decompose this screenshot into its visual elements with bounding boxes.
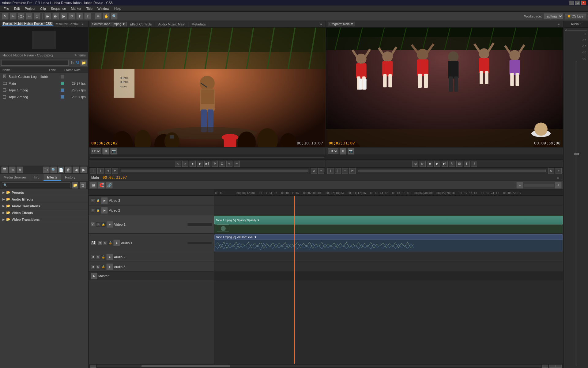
tab-project[interactable]: Project: Hubba Hubba Revue - CSS bbox=[2, 22, 54, 26]
track-a3-lock[interactable]: 🔒 bbox=[101, 265, 105, 269]
track-a1-solo[interactable]: S bbox=[103, 241, 107, 245]
btn-safe-margins[interactable]: ⊡ bbox=[219, 161, 225, 167]
track-a2-solo[interactable]: S bbox=[96, 255, 100, 259]
prog-btn-mark-in[interactable]: { bbox=[327, 168, 334, 174]
btn-play[interactable]: ▶ bbox=[197, 161, 203, 167]
video1-clip[interactable]: Tape 1.mpeg [V] Opacity:Opacity ▼ bbox=[214, 216, 563, 224]
tab-media-browser[interactable]: Media Browser bbox=[0, 174, 30, 181]
tool-loop[interactable]: ↻ bbox=[68, 13, 75, 20]
workspace-select[interactable]: Editing bbox=[544, 13, 563, 19]
track-a1-volume[interactable] bbox=[187, 242, 212, 244]
tool-back5[interactable]: ⏮ bbox=[44, 13, 51, 20]
tool-play-stop[interactable]: ▶ bbox=[60, 13, 67, 20]
tl-zoom-slider[interactable] bbox=[524, 184, 554, 186]
track-a2-mute[interactable]: M bbox=[91, 255, 95, 259]
track-v3-eye[interactable]: 👁 bbox=[91, 198, 95, 203]
btn-mark-in[interactable]: { bbox=[90, 168, 96, 174]
btn-insert[interactable]: ⬎ bbox=[226, 161, 232, 167]
menu-title[interactable]: Title bbox=[84, 6, 95, 11]
track-a3-solo[interactable]: S bbox=[96, 265, 100, 269]
prog-btn-loop[interactable]: ↻ bbox=[449, 161, 455, 167]
source-panel-menu[interactable]: ≡ bbox=[319, 22, 324, 27]
effects-category-video-effects[interactable]: ▶ 📂 Video Effects bbox=[0, 209, 88, 216]
automate-button[interactable]: ⊡ bbox=[43, 167, 50, 173]
timeline-scrollbar[interactable] bbox=[89, 364, 563, 368]
prog-btn-go-in[interactable]: ⊣ bbox=[342, 168, 348, 174]
panel-scroll-right[interactable]: ▶ bbox=[80, 167, 87, 173]
track-a2-lock[interactable]: 🔒 bbox=[101, 255, 105, 259]
menu-sequence[interactable]: Sequence bbox=[48, 6, 69, 11]
track-a3-expand[interactable]: ▶ bbox=[106, 263, 113, 270]
prog-btn-stop[interactable]: ■ bbox=[427, 161, 433, 167]
audio1-clip-label-bar[interactable]: Tape 1.mpeg [A] Volume:Level ▼ bbox=[214, 234, 563, 240]
all-label[interactable]: All bbox=[76, 61, 79, 64]
source-settings-btn[interactable]: ⚙ bbox=[102, 148, 109, 155]
btn-deinterlace[interactable]: ⟡ bbox=[318, 168, 324, 174]
tab-effects[interactable]: Effects bbox=[43, 174, 61, 181]
panel-scroll-left[interactable]: ◀ bbox=[73, 167, 79, 173]
icon-view-button[interactable]: ⊞ bbox=[9, 167, 16, 173]
prog-btn-play-in[interactable]: ▷ bbox=[420, 161, 426, 167]
presets-header[interactable]: ▶ 📂 Presets bbox=[0, 189, 88, 196]
list-item[interactable]: Main 29.97 fps bbox=[0, 80, 88, 87]
btn-source-extra[interactable]: ⊙ bbox=[311, 168, 317, 174]
tool-razor[interactable]: ✂ bbox=[10, 13, 17, 20]
prog-btn-step-back[interactable]: ◁ bbox=[412, 161, 418, 167]
btn-loop[interactable]: ↻ bbox=[212, 161, 218, 167]
btn-step-back[interactable]: ◁ bbox=[175, 161, 181, 167]
new-item-button[interactable]: 📄 bbox=[58, 167, 64, 173]
track-a2-expand[interactable]: ▶ bbox=[106, 254, 113, 260]
search-button[interactable]: 🔍 bbox=[50, 167, 57, 173]
timeline-ruler-strip[interactable]: 00:00 00;00;32;00 00;01;04;02 00;01;36;0… bbox=[214, 190, 563, 196]
tab-resource-central[interactable]: Resource Central bbox=[54, 22, 80, 26]
tab-audio-mixer[interactable]: Audio Mixer: Main bbox=[155, 22, 189, 27]
tl-add-tracks[interactable]: ⊞ bbox=[90, 182, 97, 189]
list-item[interactable]: Tape 2.mpeg 29.97 fps bbox=[0, 94, 88, 100]
program-settings-btn[interactable]: ⚙ bbox=[340, 148, 346, 155]
btn-mark-out[interactable]: } bbox=[97, 168, 104, 174]
track-a3-mute[interactable]: M bbox=[91, 265, 95, 269]
audio-effects-header[interactable]: ▶ 📂 Audio Effects bbox=[0, 196, 88, 203]
tool-rolling[interactable]: ⇔ bbox=[26, 13, 32, 20]
source-fit-select[interactable]: Fit bbox=[91, 148, 101, 154]
tl-scrollbar-thumb[interactable] bbox=[141, 365, 230, 367]
tab-metadata[interactable]: Metadata bbox=[189, 22, 209, 27]
program-export-frame[interactable]: 📷 bbox=[348, 148, 354, 155]
source-timeline-ruler[interactable] bbox=[89, 155, 326, 159]
track-v2-eye[interactable]: 👁 bbox=[91, 208, 95, 213]
prog-btn-extra2[interactable]: ⟡ bbox=[556, 168, 562, 174]
menu-marker[interactable]: Marker bbox=[68, 6, 84, 11]
btn-overwrite[interactable]: ⬏ bbox=[234, 161, 240, 167]
source-jog-scrub[interactable] bbox=[121, 170, 308, 172]
effects-category-audio-effects[interactable]: ▶ 📂 Audio Effects bbox=[0, 196, 88, 203]
tool-lift[interactable]: ⬆ bbox=[76, 13, 83, 20]
audio-transitions-header[interactable]: ▶ 📂 Audio Transitions bbox=[0, 203, 88, 209]
btn-play-out[interactable]: ▶| bbox=[204, 161, 210, 167]
cs-live-button[interactable]: CS Live bbox=[565, 13, 586, 19]
maximize-button[interactable]: □ bbox=[575, 1, 580, 5]
prog-btn-lift[interactable]: ⬆ bbox=[464, 161, 470, 167]
tool-fwd5[interactable]: ⏭ bbox=[52, 13, 59, 20]
tab-history[interactable]: History bbox=[61, 174, 79, 181]
track-v3-lock[interactable]: 🔒 bbox=[96, 198, 100, 203]
track-a1-expand[interactable]: ▶ bbox=[113, 240, 120, 246]
track-v2-expand[interactable]: ▶ bbox=[101, 207, 108, 214]
video-effects-header[interactable]: ▶ 📂 Video Effects bbox=[0, 209, 88, 216]
tl-zoom-out[interactable]: − bbox=[516, 182, 523, 189]
tool-rate-stretch[interactable]: ⊡ bbox=[34, 13, 40, 20]
tool-zoom[interactable]: 🔍 bbox=[111, 13, 118, 20]
menu-file[interactable]: File bbox=[1, 6, 12, 11]
tl-scroll-right[interactable] bbox=[542, 365, 548, 368]
track-v1-lock[interactable]: 🔒 bbox=[101, 222, 106, 227]
panel-options-menu[interactable]: ≡ bbox=[80, 22, 85, 27]
tl-zoom-fit[interactable] bbox=[549, 365, 556, 368]
effects-category-video-transitions[interactable]: ▶ 📂 Video Transitions bbox=[0, 216, 88, 223]
program-monitor-title[interactable]: Program: Main ▼ bbox=[328, 22, 355, 26]
tl-scrollbar-track[interactable] bbox=[97, 365, 541, 367]
list-item[interactable]: Tape 1.mpeg 29.97 fps bbox=[0, 87, 88, 94]
audio-fader-slider[interactable] bbox=[575, 61, 577, 366]
tl-zoom-seq[interactable] bbox=[556, 365, 562, 368]
btn-stop[interactable]: ■ bbox=[190, 161, 196, 167]
timeline-panel-menu[interactable]: ≡ bbox=[556, 175, 560, 180]
tool-selection[interactable]: ↖ bbox=[2, 13, 9, 20]
